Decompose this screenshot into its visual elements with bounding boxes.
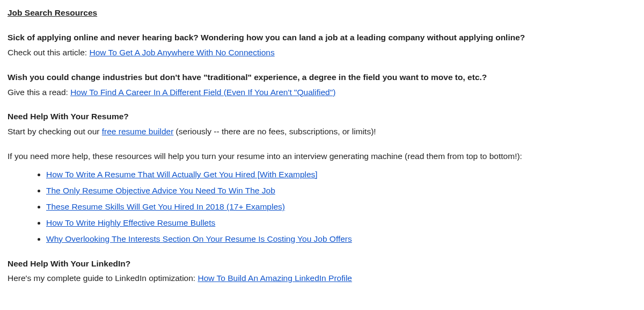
section-resume: Need Help With Your Resume? Start by che…	[8, 109, 636, 139]
link-interests-section[interactable]: Why Overlooking The Interests Section On…	[46, 234, 352, 243]
link-write-resume[interactable]: How To Write A Resume That Will Actually…	[46, 170, 318, 179]
list-item: The Only Resume Objective Advice You Nee…	[46, 183, 636, 198]
section-prefix: Start by checking out our	[8, 127, 102, 136]
page-title: Job Search Resources	[8, 5, 636, 20]
section-prefix: Check out this article:	[8, 48, 89, 57]
section-heading: Need Help With Your LinkedIn?	[8, 256, 636, 271]
section-body: Here's my complete guide to LinkedIn opt…	[8, 271, 636, 286]
section-change-industries: Wish you could change industries but don…	[8, 70, 636, 100]
link-resume-skills[interactable]: These Resume Skills Will Get You Hired I…	[46, 202, 285, 211]
link-free-resume-builder[interactable]: free resume builder	[102, 127, 174, 136]
section-prefix: Here's my complete guide to LinkedIn opt…	[8, 273, 197, 283]
link-resume-bullets[interactable]: How To Write Highly Effective Resume Bul…	[46, 218, 215, 227]
section-heading: Wish you could change industries but don…	[8, 70, 636, 85]
list-item: How To Write Highly Effective Resume Bul…	[46, 215, 636, 230]
section-body: Check out this article: How To Get A Job…	[8, 45, 636, 60]
section-suffix: (seriously -- there are no fees, subscri…	[173, 127, 376, 136]
resume-resources-intro: If you need more help, these resources w…	[8, 149, 636, 164]
resume-resources-list: How To Write A Resume That Will Actually…	[8, 167, 636, 246]
link-resume-objective[interactable]: The Only Resume Objective Advice You Nee…	[46, 186, 275, 195]
section-heading: Sick of applying online and never hearin…	[8, 30, 636, 45]
section-linkedin: Need Help With Your LinkedIn? Here's my …	[8, 256, 636, 286]
section-applying-online: Sick of applying online and never hearin…	[8, 30, 636, 60]
section-heading: Need Help With Your Resume?	[8, 109, 636, 124]
link-different-field[interactable]: How To Find A Career In A Different Fiel…	[70, 88, 335, 97]
section-body: Give this a read: How To Find A Career I…	[8, 85, 636, 100]
link-linkedin-profile[interactable]: How To Build An Amazing LinkedIn Profile	[197, 273, 352, 283]
list-item: Why Overlooking The Interests Section On…	[46, 232, 636, 247]
list-item: How To Write A Resume That Will Actually…	[46, 167, 636, 182]
section-prefix: Give this a read:	[8, 88, 70, 97]
link-no-connections[interactable]: How To Get A Job Anywhere With No Connec…	[89, 48, 274, 57]
section-body: Start by checking out our free resume bu…	[8, 124, 636, 139]
list-item: These Resume Skills Will Get You Hired I…	[46, 199, 636, 214]
